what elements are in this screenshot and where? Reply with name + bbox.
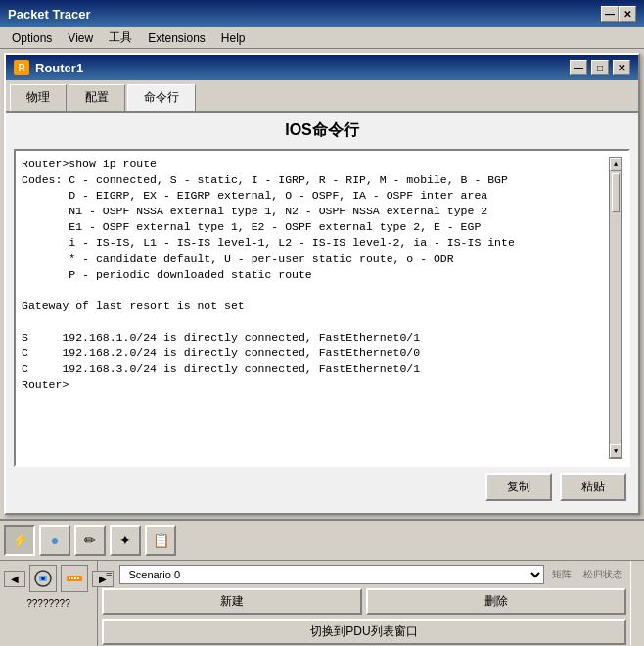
terminal-scrollbar[interactable]: ▲ ▼ — [609, 157, 622, 459]
tool-pencil-button[interactable]: ✏ — [74, 525, 106, 556]
delete-scenario-button[interactable]: 删除 — [366, 588, 626, 615]
new-scenario-button[interactable]: 新建 — [102, 588, 362, 615]
svg-rect-7 — [77, 577, 79, 579]
tool-note-button[interactable]: 📋 — [145, 525, 176, 556]
router-minimize-button[interactable]: — — [570, 60, 587, 75]
ios-title: IOS命令行 — [14, 120, 630, 141]
router-controls: — □ ✕ — [570, 60, 630, 75]
nav-left-button[interactable]: ◀ — [4, 571, 25, 587]
tool-star-button[interactable]: ✦ — [110, 525, 141, 556]
button-row: 复制 粘贴 — [14, 467, 630, 505]
scroll-up-button[interactable]: ▲ — [610, 158, 621, 171]
copy-button[interactable]: 复制 — [485, 473, 552, 501]
bottom-toolbar: ⚡ ● ✏ ✦ 📋 — [0, 521, 644, 561]
tool-power-button[interactable]: ⚡ — [4, 525, 35, 556]
scenario-select[interactable]: Scenario 0 — [119, 565, 544, 584]
app-close-button[interactable]: ✕ — [619, 6, 636, 22]
ios-content: IOS命令行 Router>show ip route Codes: C - c… — [6, 113, 638, 513]
menu-help[interactable]: Help — [213, 29, 253, 47]
svg-rect-5 — [71, 577, 73, 579]
device-area: ◀ — [0, 561, 97, 596]
main-area: R Router1 — □ ✕ 物理 配置 命令行 IOS命令行 Router — [0, 49, 644, 646]
tab-cli[interactable]: 命令行 — [127, 84, 196, 111]
scroll-track — [610, 171, 621, 444]
svg-point-2 — [41, 577, 45, 580]
scenario-top: ≡ Scenario 0 矩阵 松归状态 — [102, 565, 626, 584]
menu-view[interactable]: View — [60, 29, 101, 47]
paste-button[interactable]: 粘贴 — [560, 473, 626, 501]
bottom-bottom: ◀ — [0, 561, 644, 646]
scenario-btn-row: 新建 删除 — [102, 588, 626, 615]
menu-tools[interactable]: 工具 — [101, 27, 140, 48]
tab-bar: 物理 配置 命令行 — [6, 80, 638, 113]
menu-extensions[interactable]: Extensions — [140, 29, 213, 47]
scenario-panel: ≡ Scenario 0 矩阵 松归状态 新建 删除 切换到PDU列表窗口 — [98, 561, 630, 646]
device-panel: ◀ — [0, 561, 98, 646]
menu-options[interactable]: Options — [4, 29, 60, 47]
terminal-text[interactable]: Router>show ip route Codes: C - connecte… — [22, 157, 609, 459]
tab-physical[interactable]: 物理 — [10, 84, 67, 111]
app-minimize-button[interactable]: — — [601, 6, 619, 22]
tool-circle-button[interactable]: ● — [39, 525, 70, 556]
router-titlebar: R Router1 — □ ✕ — [6, 55, 638, 80]
right-sidebar — [630, 561, 644, 646]
center-panel: R Router1 — □ ✕ 物理 配置 命令行 IOS命令行 Router — [0, 49, 644, 646]
device-icon-router[interactable] — [29, 565, 57, 592]
terminal-area[interactable]: Router>show ip route Codes: C - connecte… — [14, 149, 630, 467]
scroll-down-button[interactable]: ▼ — [610, 444, 621, 458]
app-titlebar: Packet Tracer — ✕ — [0, 0, 644, 27]
scroll-thumb[interactable] — [612, 173, 620, 212]
device-icon-switch[interactable] — [61, 565, 88, 592]
tab-config[interactable]: 配置 — [69, 84, 125, 111]
switch-pdu-button[interactable]: 切换到PDU列表窗口 — [102, 619, 626, 645]
bottom-panel: ⚡ ● ✏ ✦ 📋 ◀ — [0, 519, 644, 646]
device-label: ???????? — [0, 596, 97, 611]
router-close-button[interactable]: ✕ — [613, 60, 630, 75]
svg-rect-4 — [69, 577, 70, 579]
router-window: R Router1 — □ ✕ 物理 配置 命令行 IOS命令行 Router — [4, 53, 640, 515]
app-title: Packet Tracer — [8, 7, 601, 22]
svg-rect-6 — [74, 577, 76, 579]
router-maximize-button[interactable]: □ — [591, 60, 609, 75]
menubar: Options View 工具 Extensions Help — [0, 27, 644, 49]
device-icons-group — [29, 565, 88, 592]
router-icon: R — [14, 60, 29, 75]
router-title: Router1 — [35, 61, 570, 75]
